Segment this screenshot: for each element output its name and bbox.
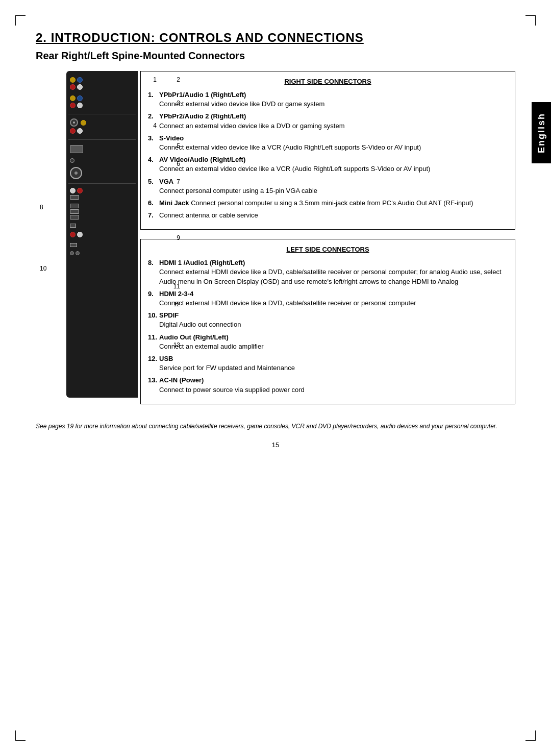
connector-title-2: YPbPr2/Audio 2 (Right/Left)	[159, 112, 246, 120]
connector-item-11: 11. Audio Out (Right/Left) Connect an ex…	[148, 333, 508, 351]
port-section-6	[68, 156, 136, 165]
footer-text: See pages 19 for more information about …	[36, 423, 497, 430]
connector-text-13: Connect to power source via supplied pow…	[159, 386, 305, 394]
connector-item-7: 7. Connect antenna or cable service	[148, 211, 508, 220]
connector-num-6: 6.	[148, 199, 159, 208]
audio-out-r-port	[70, 232, 76, 237]
label-10: 10	[40, 265, 46, 272]
connector-text-7: Connect antenna or cable service	[159, 211, 258, 219]
connector-text-6: Connect personal computer u sing a 3.5mm…	[191, 199, 473, 207]
left-table-title: LEFT SIDE CONNECTORS	[148, 246, 508, 253]
connector-item-8: 8. HDMI 1 /Audio1 (Right/Left) Connect e…	[148, 258, 508, 286]
connector-title-10: SPDIF	[159, 311, 179, 319]
connector-title-9: HDMI 2-3-4	[159, 290, 193, 298]
port-section-12	[68, 241, 136, 249]
port-section-2	[68, 93, 136, 112]
connector-title-6: Mini Jack	[159, 199, 189, 207]
right-side-table: RIGHT SIDE CONNECTORS 1. YPbPr1/Audio 1 …	[140, 71, 515, 230]
label-6: 6	[177, 160, 180, 167]
port-section-11	[68, 230, 136, 241]
connector-desc-11: Audio Out (Right/Left) Connect an extern…	[159, 333, 508, 351]
divider-3	[68, 183, 136, 184]
content-area: 1 2 3 4 5 6 7 8 9 10 11 12 13 RIGHT SIDE…	[36, 71, 515, 413]
connector-num-1: 1.	[148, 90, 159, 109]
connector-num-10: 10.	[148, 311, 159, 329]
connector-item-4: 4. AV Video/Audio (Right/Left) Connect a…	[148, 155, 508, 174]
av-video-port	[81, 120, 86, 126]
connector-text-12: Service port for FW updated and Maintena…	[159, 364, 295, 372]
label-12: 12	[173, 301, 180, 308]
ypbpr2-y-port	[70, 95, 76, 101]
ypbpr1-pr-port	[70, 84, 76, 90]
label-9: 9	[177, 234, 180, 241]
connector-num-8: 8.	[148, 258, 159, 286]
usb-port	[70, 243, 77, 247]
audio-out-l-port	[77, 232, 83, 237]
av-r-port	[70, 128, 76, 134]
connector-text-4: Connect an external video device like a …	[159, 165, 430, 173]
connector-item-3: 3. S-Video Connect external video device…	[148, 134, 508, 152]
connector-title-5: VGA	[159, 178, 173, 185]
connector-text-8: Connect external HDMI device like a DVD,…	[159, 268, 502, 285]
connector-text-9: Connect external HDMI device like a DVD,…	[159, 299, 416, 307]
port-section-13	[68, 249, 136, 257]
connector-desc-6: Mini Jack Connect personal computer u si…	[159, 199, 508, 208]
audio1-l-port	[77, 188, 83, 193]
label-11: 11	[173, 283, 180, 290]
ypbpr2-r-port	[77, 103, 83, 108]
connector-desc-12: USB Service port for FW updated and Main…	[159, 354, 508, 373]
connector-desc-5: VGA Connect personal computer using a 15…	[159, 177, 508, 196]
label-13: 13	[173, 342, 180, 349]
port-section-7	[68, 165, 136, 181]
connector-title-13: AC-IN (Power)	[159, 376, 204, 384]
connector-item-2: 2. YPbPr2/Audio 2 (Right/Left) Connect a…	[148, 112, 508, 130]
connector-text-5: Connect personal computer using a 15-pin…	[159, 187, 317, 194]
connector-desc-13: AC-IN (Power) Connect to power source vi…	[159, 376, 508, 394]
audio1-r-port	[70, 188, 76, 193]
ypbpr1-y-port	[70, 77, 76, 83]
label-1: 1	[153, 76, 157, 83]
tv-panel	[66, 71, 138, 398]
connector-text-3: Connect external video device like a VCR…	[159, 143, 421, 151]
page-subtitle: Rear Right/Left Spine-Mounted Connectors	[36, 50, 515, 62]
svideo-port	[70, 118, 78, 127]
page-number: 15	[36, 441, 515, 449]
connector-text-1: Connect external video device like DVD o…	[159, 100, 324, 108]
port-section-8	[68, 186, 136, 202]
connector-item-5: 5. VGA Connect personal computer using a…	[148, 177, 508, 196]
vga-port	[70, 145, 83, 153]
connector-text-2: Connect an external video device like a …	[159, 122, 344, 130]
connector-desc-7: Connect antenna or cable service	[159, 211, 508, 220]
connector-text-10: Digital Audio out connection	[159, 321, 241, 328]
connector-desc-9: HDMI 2-3-4 Connect external HDMI device …	[159, 289, 508, 308]
ypbpr2-pr-port	[70, 103, 76, 108]
connector-item-12: 12. USB Service port for FW updated and …	[148, 354, 508, 373]
divider-1	[68, 114, 136, 114]
port-section-34	[68, 116, 136, 137]
ypbpr2-pb-port	[77, 95, 83, 101]
connector-desc-4: AV Video/Audio (Right/Left) Connect an e…	[159, 155, 508, 174]
mini-jack-port	[70, 158, 74, 163]
page-title: 2. INTRODUCTION: CONTROLS AND CONNECTION…	[36, 31, 515, 45]
label-2: 2	[177, 76, 180, 83]
connector-title-12: USB	[159, 355, 173, 362]
hdmi3-port	[70, 209, 79, 214]
divider-2	[68, 139, 136, 140]
ypbpr1-r-port	[77, 84, 83, 90]
connector-num-3: 3.	[148, 134, 159, 152]
connector-num-9: 9.	[148, 289, 159, 308]
power-r-port	[76, 251, 80, 255]
connector-item-1: 1. YPbPr1/Audio 1 (Right/Left) Connect e…	[148, 90, 508, 109]
connector-title-11: Audio Out (Right/Left)	[159, 333, 229, 341]
label-4-side: 4	[153, 122, 157, 129]
connector-desc-1: YPbPr1/Audio 1 (Right/Left) Connect exte…	[159, 90, 508, 109]
label-3: 3	[177, 100, 180, 107]
label-8: 8	[40, 204, 43, 211]
connector-title-1: YPbPr1/Audio 1 (Right/Left)	[159, 91, 246, 99]
left-side-table: LEFT SIDE CONNECTORS 8. HDMI 1 /Audio1 (…	[140, 239, 515, 404]
connector-item-9: 9. HDMI 2-3-4 Connect external HDMI devi…	[148, 289, 508, 308]
label-7: 7	[177, 178, 180, 185]
hdmi2-port	[70, 204, 79, 208]
footer-note: See pages 19 for more information about …	[36, 422, 515, 431]
tv-illustration: 1 2 3 4 5 6 7 8 9 10 11 12 13	[36, 71, 130, 413]
